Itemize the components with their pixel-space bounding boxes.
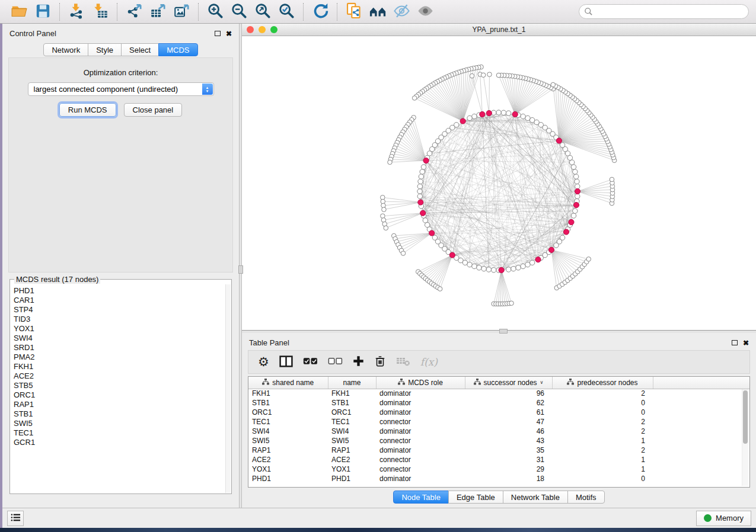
table-cell[interactable]: PHD1 bbox=[328, 474, 376, 483]
column-header-name[interactable]: name bbox=[328, 377, 376, 389]
tab-mcds[interactable]: MCDS bbox=[158, 43, 197, 56]
mcds-result-item[interactable]: STB1 bbox=[14, 409, 231, 419]
graph-node[interactable] bbox=[521, 264, 525, 268]
table-cell[interactable]: connector bbox=[376, 417, 465, 427]
save-session-button[interactable] bbox=[33, 2, 53, 22]
graph-node[interactable] bbox=[467, 116, 472, 120]
graph-hub-node[interactable] bbox=[563, 229, 569, 235]
mcds-result-item[interactable]: STB5 bbox=[14, 381, 231, 390]
mcds-result-item[interactable]: SRD1 bbox=[14, 343, 231, 352]
mcds-result-item[interactable]: STP4 bbox=[14, 305, 231, 315]
graph-node[interactable] bbox=[529, 117, 534, 122]
criterion-select[interactable]: largest connected component (undirected)… bbox=[28, 82, 214, 96]
gear-button[interactable]: ⚙ bbox=[258, 356, 269, 368]
table-cell[interactable]: 29 bbox=[465, 464, 552, 474]
table-cell[interactable] bbox=[653, 398, 749, 408]
graph-node[interactable] bbox=[401, 251, 406, 256]
memory-button[interactable]: Memory bbox=[696, 511, 751, 526]
network-graph[interactable] bbox=[242, 36, 756, 330]
table-cell[interactable]: YOX1 bbox=[248, 464, 328, 474]
search-input[interactable] bbox=[579, 4, 749, 19]
table-cell[interactable]: SWI5 bbox=[248, 436, 328, 446]
graph-node[interactable] bbox=[486, 267, 491, 272]
run-mcds-button[interactable]: Run MCDS bbox=[59, 103, 116, 117]
graph-node[interactable] bbox=[388, 160, 393, 165]
graph-node[interactable] bbox=[418, 179, 423, 184]
graph-node[interactable] bbox=[470, 73, 474, 78]
graph-node[interactable] bbox=[419, 174, 423, 179]
graph-hub-node[interactable] bbox=[449, 252, 455, 258]
graph-hub-node[interactable] bbox=[548, 247, 554, 252]
graph-node[interactable] bbox=[462, 260, 467, 265]
graph-node[interactable] bbox=[551, 82, 556, 87]
graph-node[interactable] bbox=[412, 96, 417, 101]
graph-node[interactable] bbox=[573, 174, 578, 179]
mcds-result-item[interactable]: ORC1 bbox=[14, 390, 231, 400]
table-scrollbar[interactable] bbox=[742, 389, 748, 486]
mcds-result-item[interactable]: TEC1 bbox=[14, 428, 231, 438]
mcds-result-item[interactable]: TID3 bbox=[14, 315, 231, 324]
graph-node[interactable] bbox=[511, 266, 516, 271]
table-cell[interactable]: TEC1 bbox=[248, 417, 328, 427]
show-all-button[interactable] bbox=[415, 2, 435, 22]
graph-hub-node[interactable] bbox=[423, 158, 429, 163]
table-cell[interactable]: STB1 bbox=[248, 398, 328, 408]
table-cell[interactable]: 43 bbox=[465, 436, 552, 446]
table-cell[interactable]: SWI5 bbox=[328, 436, 376, 446]
table-cell[interactable]: dominator bbox=[376, 398, 465, 408]
vertical-splitter[interactable] bbox=[239, 24, 242, 508]
mcds-result-item[interactable]: YOX1 bbox=[14, 324, 231, 334]
table-cell[interactable]: PHD1 bbox=[248, 474, 328, 483]
column-header-MCDS-role[interactable]: MCDS role bbox=[376, 377, 465, 389]
table-row[interactable]: SWI4SWI4dominator462 bbox=[248, 427, 749, 436]
table-cell[interactable]: FKH1 bbox=[248, 389, 328, 398]
graph-hub-node[interactable] bbox=[420, 210, 426, 216]
horizontal-splitter[interactable] bbox=[242, 331, 756, 333]
tab-network-table[interactable]: Network Table bbox=[503, 491, 568, 504]
graph-node[interactable] bbox=[467, 262, 472, 267]
table-cell[interactable]: ORC1 bbox=[328, 408, 376, 417]
mcds-result-item[interactable]: CAR1 bbox=[14, 296, 231, 305]
table-cell[interactable]: dominator bbox=[376, 474, 465, 483]
refresh-layout-button[interactable] bbox=[310, 2, 330, 22]
table-cell[interactable]: TEC1 bbox=[328, 417, 376, 427]
column-header-predecessor-nodes[interactable]: predecessor nodes bbox=[552, 377, 653, 389]
graph-node[interactable] bbox=[496, 110, 501, 115]
graph-node[interactable] bbox=[560, 235, 564, 240]
table-scrollbar-thumb[interactable] bbox=[743, 390, 748, 444]
graph-node[interactable] bbox=[487, 72, 492, 77]
table-cell[interactable]: 31 bbox=[465, 455, 552, 464]
close-panel-icon[interactable]: ✖ bbox=[226, 31, 232, 37]
table-cell[interactable]: dominator bbox=[376, 389, 465, 398]
tasks-button[interactable] bbox=[7, 511, 24, 526]
table-cell[interactable]: 2 bbox=[552, 389, 653, 398]
graph-node[interactable] bbox=[472, 114, 477, 118]
select-all-button[interactable] bbox=[303, 357, 318, 368]
graph-node[interactable] bbox=[384, 226, 388, 230]
zoom-out-button[interactable] bbox=[229, 2, 249, 22]
mcds-result-item[interactable]: GCR1 bbox=[14, 438, 231, 447]
table-cell[interactable]: SWI4 bbox=[248, 427, 328, 436]
table-cell[interactable]: 1 bbox=[552, 436, 653, 446]
graph-hub-node[interactable] bbox=[575, 188, 580, 194]
graph-hub-node[interactable] bbox=[569, 219, 574, 225]
graph-hub-node[interactable] bbox=[429, 230, 435, 236]
function-builder-button[interactable]: f(x) bbox=[420, 356, 438, 368]
table-cell[interactable]: 0 bbox=[552, 408, 653, 417]
graph-node[interactable] bbox=[525, 116, 530, 120]
table-cell[interactable]: 2 bbox=[552, 417, 653, 427]
graph-node[interactable] bbox=[573, 209, 578, 213]
hide-selected-button[interactable] bbox=[391, 2, 412, 22]
graph-node[interactable] bbox=[575, 184, 580, 188]
tab-style[interactable]: Style bbox=[88, 43, 122, 56]
graph-node[interactable] bbox=[421, 165, 426, 169]
table-cell[interactable]: 2 bbox=[552, 427, 653, 436]
graph-node[interactable] bbox=[560, 143, 564, 148]
table-row[interactable]: PHD1PHD1dominator180 bbox=[248, 474, 749, 483]
graph-node[interactable] bbox=[525, 262, 530, 267]
table-cell[interactable]: ACE2 bbox=[328, 455, 376, 464]
graph-node[interactable] bbox=[417, 184, 422, 188]
graph-node[interactable] bbox=[438, 287, 442, 291]
table-cell[interactable] bbox=[653, 408, 749, 417]
graph-node[interactable] bbox=[417, 194, 422, 198]
